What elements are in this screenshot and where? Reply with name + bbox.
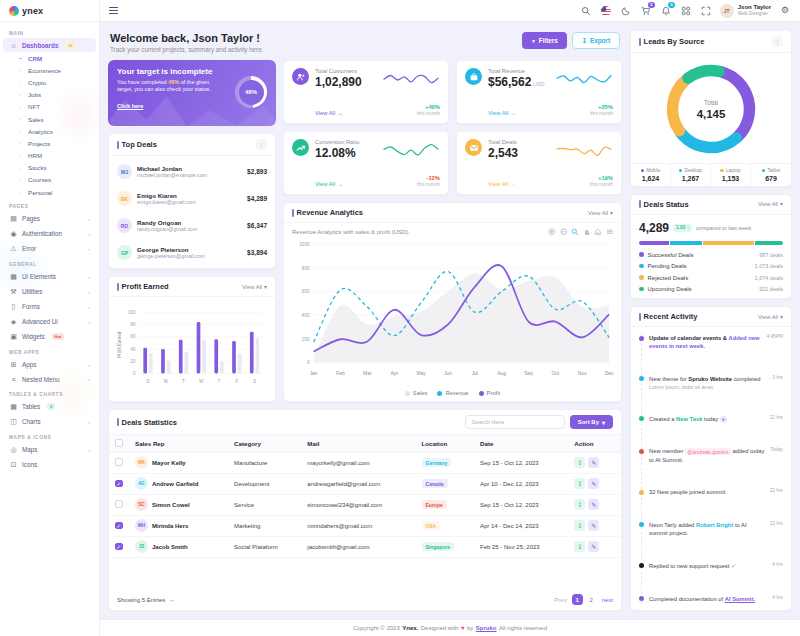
pagination-page-2[interactable]: 2 [586, 594, 597, 605]
sidebar-item-widgets[interactable]: ▣WidgetsHot [3, 329, 96, 344]
sidebar-subitem-jobs[interactable]: ◦Jobs [0, 89, 99, 101]
sidebar-item-apps[interactable]: ⊞Apps› [3, 357, 96, 372]
recent-activity-view-all[interactable]: View All▾ [758, 314, 783, 320]
card-options-icon[interactable]: ⋮ [772, 36, 783, 47]
edit-action-button[interactable]: ✎ [588, 499, 599, 510]
zoom-out-icon[interactable] [560, 228, 568, 236]
sidebar-item-pages[interactable]: ▤Pages› [3, 211, 96, 226]
stat-row-1: Total Customers1,02,890View All→+40%this… [283, 60, 622, 124]
legend-item-profit[interactable]: Profit [479, 390, 501, 396]
sidebar-item-charts[interactable]: ◫Charts› [3, 414, 96, 429]
export-button[interactable]: ↧ Export [572, 32, 620, 49]
select-all-checkbox[interactable] [115, 439, 123, 447]
sidebar-item-advanced-ui[interactable]: ◈Advanced Ui› [3, 314, 96, 329]
logo[interactable]: ynex [0, 0, 99, 22]
search-icon[interactable] [580, 5, 592, 17]
stat-view-all-link[interactable]: View All→ [315, 181, 376, 187]
sidebar-item-authentication[interactable]: ◉Authentication› [3, 226, 96, 241]
download-action-button[interactable]: ↧ [574, 499, 585, 510]
language-flag-icon[interactable] [600, 5, 612, 17]
sidebar-item-ui-elements[interactable]: ▦Ui Elements› [3, 269, 96, 284]
sidebar-subitem-sales[interactable]: ◦Sales [0, 113, 99, 125]
legend-item-sales[interactable]: Sales [405, 390, 428, 396]
sidebar-item-maps[interactable]: ◎Maps› [3, 442, 96, 457]
top-deal-row[interactable]: RORandy Origoanrandy.origoan@gmail.com$6… [109, 216, 275, 235]
apps-grid-icon[interactable] [680, 5, 692, 17]
reset-home-icon[interactable] [594, 228, 602, 236]
profit-view-all[interactable]: View All▾ [242, 284, 267, 290]
pan-icon[interactable] [583, 228, 591, 236]
row-checkbox[interactable]: ✓ [115, 522, 123, 530]
target-click-here-link[interactable]: Click here [117, 103, 143, 109]
cart-icon[interactable]: 5 [640, 5, 652, 17]
stat-view-all-link[interactable]: View All→ [488, 181, 549, 187]
row-checkbox[interactable] [115, 458, 123, 466]
column-header-category[interactable]: Category [228, 435, 301, 452]
dark-mode-icon[interactable] [620, 5, 632, 17]
sort-by-button[interactable]: Sort By▾ [570, 415, 613, 429]
sidebar-item-dashboards[interactable]: ⌂Dashboards12 [3, 38, 96, 52]
selection-zoom-icon[interactable] [571, 228, 579, 236]
column-header-action[interactable]: Action [568, 435, 621, 452]
legend-item-revenue[interactable]: Revenue [437, 390, 468, 396]
sidebar-item-utilities[interactable]: ⚒Utilities› [3, 284, 96, 299]
column-header-mail[interactable]: Mail [301, 435, 415, 452]
stat-view-all-link[interactable]: View All→ [315, 110, 376, 116]
sidebar-subitem-courses[interactable]: ◦Courses [0, 174, 99, 186]
top-deal-row[interactable]: MJMichael Jordanmichael.jordan@example.c… [109, 162, 275, 181]
download-action-button[interactable]: ↧ [574, 478, 585, 489]
download-action-button[interactable]: ↧ [574, 541, 585, 552]
user-profile[interactable]: JT Json Taylor Web Designer [720, 4, 771, 18]
row-checkbox[interactable]: ✓ [115, 480, 123, 488]
fullscreen-icon[interactable] [700, 5, 712, 17]
sidebar-item-tables[interactable]: ▦Tables3 [3, 399, 96, 414]
table-search-input[interactable] [465, 415, 565, 429]
row-checkbox[interactable] [115, 500, 123, 508]
top-deal-row[interactable]: EKEmigo Kiarenemigo.kiaren@gmail.com$4,2… [109, 189, 275, 208]
stat-view-all-link[interactable]: View All→ [488, 110, 549, 116]
download-action-button[interactable]: ↧ [574, 520, 585, 531]
plus-icon[interactable]: + [720, 416, 727, 423]
edit-action-button[interactable]: ✎ [588, 541, 599, 552]
deals-status-view-all[interactable]: View All▾ [758, 201, 783, 207]
pagination-page-1[interactable]: 1 [572, 594, 583, 605]
menu-toggle-icon[interactable] [109, 7, 118, 14]
stat-sparkline [382, 139, 440, 167]
row-checkbox[interactable]: ✓ [115, 543, 123, 551]
pagination-prev[interactable]: Prev [554, 597, 566, 603]
sidebar-item-nested-menu[interactable]: ≡Nested Menu› [3, 372, 96, 386]
sidebar-subitem-crypto[interactable]: ◦Crypto [0, 76, 99, 88]
analytics-view-all[interactable]: View All▾ [588, 210, 613, 216]
edit-action-button[interactable]: ✎ [588, 520, 599, 531]
sidebar-subitem-hrm[interactable]: ◦HRM [0, 150, 99, 162]
sidebar-item-error[interactable]: ⚠Error› [3, 241, 96, 256]
card-options-icon[interactable]: ⋮ [256, 139, 267, 150]
activity-link[interactable]: New Task [676, 416, 702, 422]
activity-link[interactable]: AI Summit. [725, 596, 755, 602]
notifications-bell-icon[interactable]: 3 [660, 5, 672, 17]
footer-vendor-link[interactable]: Spruko [476, 625, 497, 631]
sidebar-subitem-stocks[interactable]: ◦Stocks [0, 162, 99, 174]
column-header-location[interactable]: Location [416, 435, 474, 452]
pagination-next[interactable]: next [602, 597, 613, 603]
column-header-date[interactable]: Date [474, 435, 568, 452]
filters-button[interactable]: ▼ Filters [522, 32, 567, 49]
sidebar-subitem-personal[interactable]: ◦Personal [0, 186, 99, 198]
sidebar-subitem-analytics[interactable]: ◦Analytics [0, 125, 99, 137]
zoom-in-icon[interactable] [548, 228, 556, 236]
edit-action-button[interactable]: ✎ [588, 457, 599, 468]
download-action-button[interactable]: ↧ [574, 457, 585, 468]
column-header-sales-rep[interactable]: Sales Rep [129, 435, 228, 452]
top-deal-row[interactable]: GPGeorge Pietersongeorge.pieterson@gmail… [109, 243, 275, 262]
activity-link[interactable]: Robert Bright [696, 522, 733, 528]
sidebar-subitem-crm[interactable]: –CRM [0, 52, 99, 64]
sidebar-subitem-ecommerce[interactable]: ◦Ecommerce [0, 64, 99, 76]
sidebar-subitem-projects[interactable]: ◦Projects [0, 137, 99, 149]
settings-gear-icon[interactable]: ⚙ [779, 5, 791, 17]
edit-action-button[interactable]: ✎ [588, 478, 599, 489]
sidebar-subitem-nft[interactable]: ◦NFT [0, 101, 99, 113]
sidebar-item-forms[interactable]: ▯Forms› [3, 299, 96, 314]
chart-menu-icon[interactable] [606, 228, 614, 236]
sidebar-item-icons[interactable]: ⊡Icons [3, 457, 96, 472]
action-cell: ↧✎ [568, 536, 621, 557]
